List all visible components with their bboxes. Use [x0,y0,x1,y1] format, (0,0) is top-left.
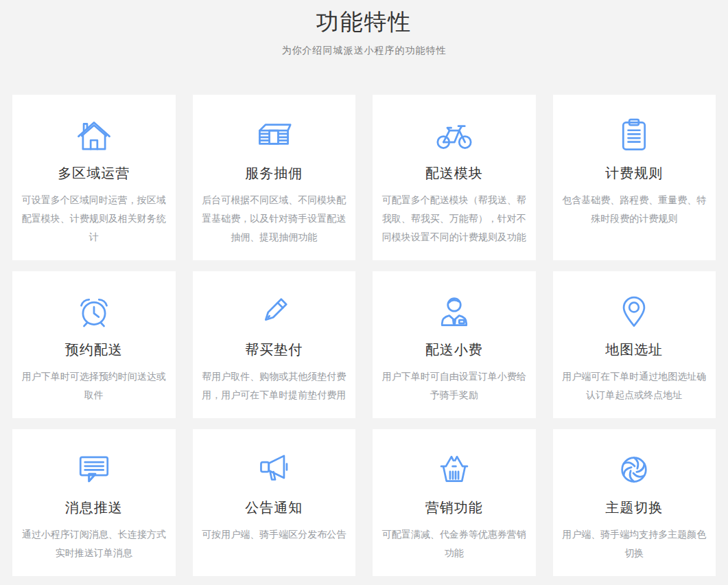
feature-title: 服务抽佣 [202,166,347,180]
feature-card-billing-rules: 计费规则 包含基础费、路程费、重量费、特殊时段费的计费规则 [553,95,716,260]
feature-title: 公告通知 [202,501,347,514]
feature-card-message-push: 消息推送 通过小程序订阅消息、长连接方式实时推送订单消息 [12,429,176,576]
feature-card-delivery-tip: 配送小费 用户下单时可自由设置订单小费给予骑手奖励 [373,271,536,418]
bicycle-icon [381,115,527,155]
feature-description: 可配置多个配送模块（帮我送、帮我取、帮我买、万能帮），针对不同模块设置不同的计费… [381,191,527,246]
page-title: 功能特性 [0,7,728,37]
feature-description: 通过小程序订阅消息、长连接方式实时推送订单消息 [21,525,167,562]
feature-card-service-commission: 服务抽佣 后台可根据不同区域、不同模块配置基础费，以及针对骑手设置配送抽佣、提现… [193,95,356,260]
aperture-icon [562,450,707,490]
feature-card-delivery-modules: 配送模块 可配置多个配送模块（帮我送、帮我取、帮我买、万能帮），针对不同模块设置… [373,95,536,260]
feature-description: 可按用户端、骑手端区分发布公告 [202,525,347,544]
feature-title: 消息推送 [21,501,167,514]
feature-description: 包含基础费、路程费、重量费、特殊时段费的计费规则 [562,191,707,228]
feature-title: 营销功能 [381,501,527,514]
feature-title: 配送小费 [381,343,527,356]
feature-title: 配送模块 [381,166,527,180]
feature-title: 帮买垫付 [202,343,347,356]
feature-description: 用户端可在下单时通过地图选址确认订单起点或终点地址 [562,367,707,404]
feature-title: 主题切换 [562,501,707,514]
feature-card-map-location: 地图选址 用户端可在下单时通过地图选址确认订单起点或终点地址 [553,271,716,418]
chat-bubble-icon [21,450,167,490]
feature-card-theme-switch: 主题切换 用户端、骑手端均支持多主题颜色切换 [553,429,716,576]
feature-card-marketing: 营销功能 可配置满减、代金券等优惠券营销功能 [373,429,536,576]
feature-title: 计费规则 [562,166,707,180]
feature-card-multi-region-operation: 多区域运营 可设置多个区域同时运营，按区域配置模块、计费规则及相关财务统计 [12,95,176,260]
feature-description: 可设置多个区域同时运营，按区域配置模块、计费规则及相关财务统计 [21,191,167,246]
courier-icon [381,292,527,332]
page-header: 功能特性 为你介绍同城派送小程序的功能特性 [0,0,728,57]
feature-description: 可配置满减、代金券等优惠券营销功能 [381,525,527,562]
feature-description: 后台可根据不同区域、不同模块配置基础费，以及针对骑手设置配送抽佣、提现抽佣功能 [202,191,347,246]
feature-card-purchase-advance: 帮买垫付 帮用户取件、购物或其他须垫付费用，用户可在下单时提前垫付费用 [193,271,356,418]
page-subtitle: 为你介绍同城派送小程序的功能特性 [0,43,728,57]
feature-description: 用户端、骑手端均支持多主题颜色切换 [562,525,707,562]
feature-title: 多区域运营 [21,166,167,180]
feature-card-announcement: 公告通知 可按用户端、骑手端区分发布公告 [193,429,356,576]
banknotes-icon [202,115,347,155]
feature-title: 地图选址 [562,343,707,356]
home-icon [21,115,167,155]
feature-description: 用户下单时可选择预约时间送达或取件 [21,367,167,404]
shopping-basket-icon [381,450,527,490]
feature-card-scheduled-delivery: 预约配送 用户下单时可选择预约时间送达或取件 [12,271,176,418]
feature-description: 用户下单时可自由设置订单小费给予骑手奖励 [381,367,527,404]
map-pin-icon [562,292,707,332]
clipboard-icon [562,115,707,155]
feature-title: 预约配送 [21,343,167,356]
feature-grid: 多区域运营 可设置多个区域同时运营，按区域配置模块、计费规则及相关财务统计 服务… [12,95,716,576]
alarm-clock-icon [21,292,167,332]
feature-description: 帮用户取件、购物或其他须垫付费用，用户可在下单时提前垫付费用 [202,367,347,404]
megaphone-icon [202,450,347,490]
pencil-icon [202,292,347,332]
